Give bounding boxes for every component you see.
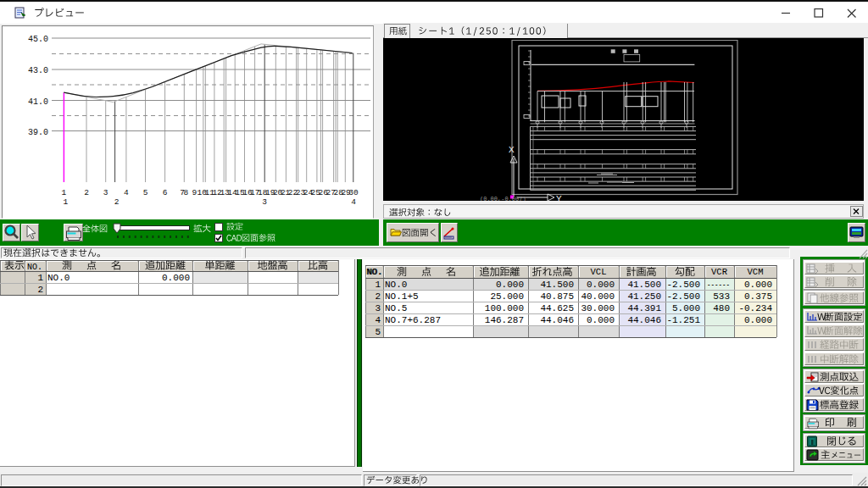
svg-text:0.000: 0.000 xyxy=(162,273,190,283)
svg-text:41.500: 41.500 xyxy=(627,280,661,290)
svg-text:5: 5 xyxy=(143,188,148,197)
svg-text:1: 1 xyxy=(375,280,381,290)
svg-text:41.0: 41.0 xyxy=(28,97,48,107)
svg-text:-0.234: -0.234 xyxy=(738,303,772,313)
svg-text:8: 8 xyxy=(183,188,188,197)
svg-text:0.375: 0.375 xyxy=(744,291,772,302)
svg-text:VCR: VCR xyxy=(711,267,728,277)
svg-text:44.625: 44.625 xyxy=(540,303,574,313)
svg-text:44.391: 44.391 xyxy=(627,303,661,313)
svg-text:3: 3 xyxy=(262,197,267,207)
svg-text:0.000: 0.000 xyxy=(587,315,615,325)
svg-text:30.000: 30.000 xyxy=(581,303,615,313)
svg-text:NO.0: NO.0 xyxy=(47,273,70,283)
svg-text:6: 6 xyxy=(163,188,168,197)
svg-text:NO.7+6.287: NO.7+6.287 xyxy=(385,315,441,325)
svg-text:25.000: 25.000 xyxy=(490,291,524,302)
svg-text:1: 1 xyxy=(62,188,67,197)
svg-text:3: 3 xyxy=(375,303,381,313)
svg-text:2: 2 xyxy=(114,197,120,207)
svg-text:Y: Y xyxy=(556,194,562,201)
svg-text:100.000: 100.000 xyxy=(485,303,524,313)
svg-text:41.500: 41.500 xyxy=(540,280,574,290)
svg-text:(0.00,-0.007): (0.00,-0.007) xyxy=(480,196,526,201)
svg-text:43.0: 43.0 xyxy=(28,66,48,75)
svg-text:146.287: 146.287 xyxy=(485,315,524,325)
svg-text:4: 4 xyxy=(375,315,381,325)
svg-text:-2.500: -2.500 xyxy=(666,291,700,302)
svg-text:------: ------ xyxy=(707,280,730,290)
svg-text:X: X xyxy=(509,145,515,155)
svg-text:0.000: 0.000 xyxy=(496,280,524,290)
svg-text:30: 30 xyxy=(348,188,359,197)
svg-text:NO.: NO. xyxy=(27,263,42,272)
svg-text:41.250: 41.250 xyxy=(627,291,661,302)
svg-text:NO.5: NO.5 xyxy=(385,303,407,313)
svg-text:0.000: 0.000 xyxy=(587,280,615,290)
svg-text:1: 1 xyxy=(64,197,69,207)
svg-text:NO.: NO. xyxy=(367,267,383,277)
svg-text:3: 3 xyxy=(103,188,108,197)
svg-text:NO.1+5: NO.1+5 xyxy=(385,291,419,302)
svg-text:VCM: VCM xyxy=(748,267,764,277)
svg-text:NO.0: NO.0 xyxy=(385,280,407,290)
svg-text:-2.500: -2.500 xyxy=(666,280,700,290)
svg-text:0.000: 0.000 xyxy=(744,315,772,325)
svg-text:45.0: 45.0 xyxy=(28,35,48,44)
svg-text:44.046: 44.046 xyxy=(540,315,574,325)
svg-text:2: 2 xyxy=(37,285,43,295)
svg-text:5: 5 xyxy=(375,327,381,337)
svg-text:40.000: 40.000 xyxy=(581,291,615,302)
svg-text:480: 480 xyxy=(713,303,730,313)
svg-text:2: 2 xyxy=(375,291,381,302)
svg-text:533: 533 xyxy=(713,291,730,302)
svg-text:VCL: VCL xyxy=(591,267,607,277)
svg-text:4: 4 xyxy=(351,197,356,207)
svg-text:39.0: 39.0 xyxy=(28,128,48,137)
svg-text:-1.251: -1.251 xyxy=(666,315,700,325)
svg-text:0.000: 0.000 xyxy=(744,280,772,290)
svg-text:5.000: 5.000 xyxy=(672,303,700,313)
svg-text:1: 1 xyxy=(37,273,43,283)
svg-text:40.875: 40.875 xyxy=(540,291,574,302)
svg-text:2: 2 xyxy=(84,188,89,197)
svg-text:4: 4 xyxy=(124,188,129,197)
svg-text:44.046: 44.046 xyxy=(627,315,661,325)
